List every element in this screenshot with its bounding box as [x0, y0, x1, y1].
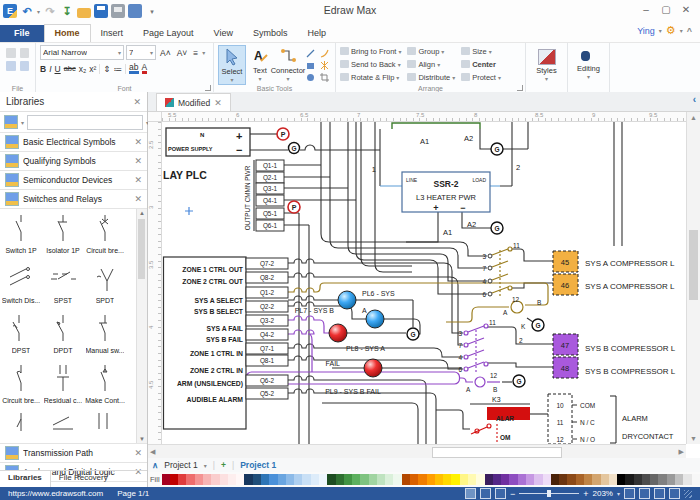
library-section-transmission-path[interactable]: Transmission Path✕	[0, 444, 147, 463]
library-section-qualifying[interactable]: Qualifying Symbols✕	[0, 152, 147, 171]
magnifier-icon[interactable]	[654, 488, 665, 499]
close-library-icon[interactable]: ✕	[134, 175, 142, 185]
increase-font-icon[interactable]: A˄	[158, 48, 173, 58]
send-to-back-button[interactable]: Send to Back▾	[340, 58, 401, 70]
symbol-spst[interactable]: SPST	[42, 259, 84, 309]
fit-width-icon[interactable]	[639, 488, 650, 499]
user-name[interactable]: Ying	[637, 26, 655, 36]
rotate-flip-button[interactable]: Rotate & Flip▾	[340, 71, 401, 83]
color-swatch[interactable]	[592, 474, 600, 485]
symbol-grid-scrollbar[interactable]: ▲▼	[136, 209, 147, 443]
color-swatch[interactable]	[576, 474, 584, 485]
lamp-pl9[interactable]	[364, 359, 382, 377]
color-swatch[interactable]	[352, 474, 360, 485]
line-spacing-icon[interactable]: ⇕	[103, 64, 110, 74]
color-swatch[interactable]	[203, 474, 211, 485]
subscript-button[interactable]: x₂	[79, 64, 87, 74]
color-swatch[interactable]	[311, 474, 319, 485]
color-swatch[interactable]	[402, 474, 410, 485]
protect-button[interactable]: Protect▾	[461, 71, 501, 83]
color-swatch[interactable]	[601, 474, 609, 485]
lamp-pl6[interactable]	[338, 291, 356, 309]
zoom-slider[interactable]	[519, 493, 579, 494]
color-swatch[interactable]	[410, 474, 418, 485]
color-swatch[interactable]	[683, 474, 691, 485]
color-swatch[interactable]	[319, 474, 327, 485]
zoom-level[interactable]: 203%	[593, 489, 613, 498]
color-swatch[interactable]	[658, 474, 666, 485]
italic-button[interactable]: I	[49, 64, 51, 74]
panel-tab-libraries[interactable]: Libraries	[0, 471, 51, 487]
color-swatch[interactable]	[344, 474, 352, 485]
symbol-switch-1p[interactable]: Switch 1P	[0, 209, 42, 259]
color-swatch[interactable]	[509, 474, 517, 485]
resize-grip[interactable]	[684, 490, 692, 498]
align-button[interactable]: Align▾	[407, 58, 455, 70]
font-name-combo[interactable]: Arial Narrow▾	[40, 45, 124, 60]
collapse-ribbon-icon[interactable]: ^	[687, 26, 692, 36]
collapse-canvas-icon[interactable]: ‹	[693, 94, 696, 105]
drawing-canvas[interactable]: N POWER SUPPLY + − LAY PLC OUTPUT CMMN P…	[162, 122, 686, 444]
color-swatch[interactable]	[269, 474, 277, 485]
lamp-pl8[interactable]	[329, 324, 347, 342]
color-swatch[interactable]	[170, 474, 178, 485]
tab-symbols[interactable]: Symbols	[243, 25, 298, 42]
tab-file[interactable]: File	[0, 25, 44, 42]
color-swatch[interactable]	[162, 474, 170, 485]
symbol-switch-disconnector[interactable]: Switch Dis...	[0, 259, 42, 309]
zoom-slider-thumb[interactable]	[547, 490, 551, 497]
gear-icon[interactable]: ⚙	[666, 24, 676, 37]
library-menu-icon[interactable]	[4, 115, 18, 129]
color-swatch[interactable]	[393, 474, 401, 485]
collapse-pages-icon[interactable]: ∧	[152, 460, 158, 470]
symbol-dpdt[interactable]: DPDT	[42, 309, 84, 359]
hscroll-thumb[interactable]	[432, 447, 562, 458]
add-page-button[interactable]: +	[221, 460, 226, 470]
symbol-spdt[interactable]: SPDT	[84, 259, 126, 309]
color-swatch[interactable]	[278, 474, 286, 485]
font-dialog-launcher[interactable]	[205, 85, 211, 91]
color-swatch[interactable]	[567, 474, 575, 485]
color-swatch[interactable]	[427, 474, 435, 485]
vertical-scrollbar[interactable]: ▲▼	[686, 112, 700, 444]
color-swatch[interactable]	[493, 474, 501, 485]
color-swatch[interactable]	[451, 474, 459, 485]
color-swatch[interactable]	[609, 474, 617, 485]
library-section-semiconductor[interactable]: Semiconductor Devices✕	[0, 171, 147, 190]
compressor-terminals-b[interactable]: 47 48 SYS B COMPRESSOR L SYS B COMPRESSO…	[553, 334, 676, 378]
color-swatch[interactable]	[327, 474, 335, 485]
ssr2-block[interactable]: LINE LOAD SSR-2 L3 HEATER PWR + −	[402, 172, 490, 213]
tab-page-layout[interactable]: Page Layout	[133, 25, 204, 42]
paste-icon[interactable]	[6, 61, 16, 71]
color-swatch[interactable]	[253, 474, 261, 485]
binoculars-icon[interactable]	[581, 49, 597, 63]
arc-tool-icon[interactable]	[319, 48, 330, 59]
color-swatch[interactable]	[675, 474, 683, 485]
status-url[interactable]: https://www.edrawsoft.com	[8, 489, 103, 498]
symbol-residual-current[interactable]: Residual c...	[42, 359, 84, 409]
color-swatch[interactable]	[369, 474, 377, 485]
color-swatch[interactable]	[186, 474, 194, 485]
library-section-switches-relays[interactable]: Switches and Relays✕	[0, 190, 147, 209]
color-swatch[interactable]	[667, 474, 675, 485]
symbol-manual-switch[interactable]: Manual sw...	[84, 309, 126, 359]
color-swatch[interactable]	[625, 474, 633, 485]
center-button[interactable]: Center	[461, 58, 501, 70]
select-tool-button[interactable]: Select▾	[218, 45, 246, 85]
alarm-relay[interactable]: K3 ALAR OM	[471, 396, 530, 444]
color-swatch[interactable]	[476, 474, 484, 485]
color-swatch[interactable]	[584, 474, 592, 485]
color-swatch[interactable]	[236, 474, 244, 485]
color-swatch[interactable]	[360, 474, 368, 485]
view-outline-icon[interactable]	[495, 488, 506, 499]
tab-insert[interactable]: Insert	[91, 25, 134, 42]
color-swatch[interactable]	[385, 474, 393, 485]
color-swatch[interactable]	[418, 474, 426, 485]
symbol-make-contact[interactable]: Make Cont...	[84, 359, 126, 409]
color-swatch[interactable]	[195, 474, 203, 485]
vscroll-thumb[interactable]	[689, 230, 698, 300]
symbol-isolator-1p[interactable]: Isolator 1P	[42, 209, 84, 259]
color-swatch[interactable]	[228, 474, 236, 485]
symbol-dpst[interactable]: DPST	[0, 309, 42, 359]
view-normal-icon[interactable]	[465, 488, 476, 499]
